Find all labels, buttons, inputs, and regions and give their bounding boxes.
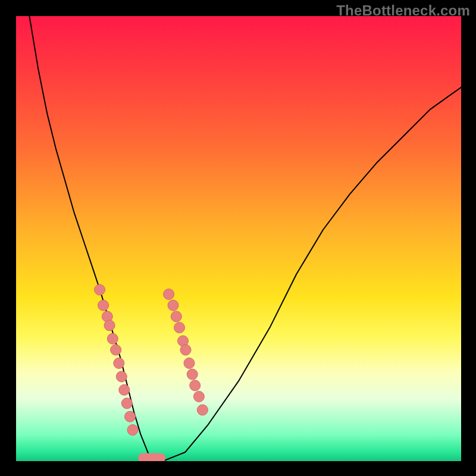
curve-overlay bbox=[16, 16, 461, 461]
data-dot-left bbox=[98, 300, 109, 311]
data-dot-left bbox=[116, 371, 127, 382]
data-dot-left bbox=[114, 358, 124, 368]
data-dot-right bbox=[164, 289, 174, 300]
plot-area bbox=[16, 16, 461, 461]
data-dot-left bbox=[111, 345, 121, 355]
data-dot-right bbox=[180, 345, 191, 355]
data-dot-left bbox=[119, 384, 130, 395]
data-dot-right bbox=[187, 369, 198, 380]
data-dot-left bbox=[121, 398, 132, 409]
data-dot-right bbox=[171, 311, 181, 322]
data-dot-left bbox=[127, 425, 138, 436]
data-dot-left bbox=[95, 284, 105, 295]
data-dot-right bbox=[193, 392, 204, 402]
data-dot-right bbox=[190, 380, 201, 391]
bottleneck-curve bbox=[29, 16, 461, 461]
data-dot-right bbox=[184, 358, 195, 368]
chart-stage: TheBottleneck.com bbox=[0, 0, 476, 476]
data-dot-left bbox=[107, 333, 118, 344]
data-dot-left bbox=[104, 320, 115, 331]
watermark-text: TheBottleneck.com bbox=[336, 2, 470, 19]
data-dot-right bbox=[197, 405, 208, 415]
data-dot-right bbox=[174, 322, 185, 333]
data-dot-left bbox=[125, 411, 136, 422]
data-dot-right bbox=[168, 300, 178, 311]
